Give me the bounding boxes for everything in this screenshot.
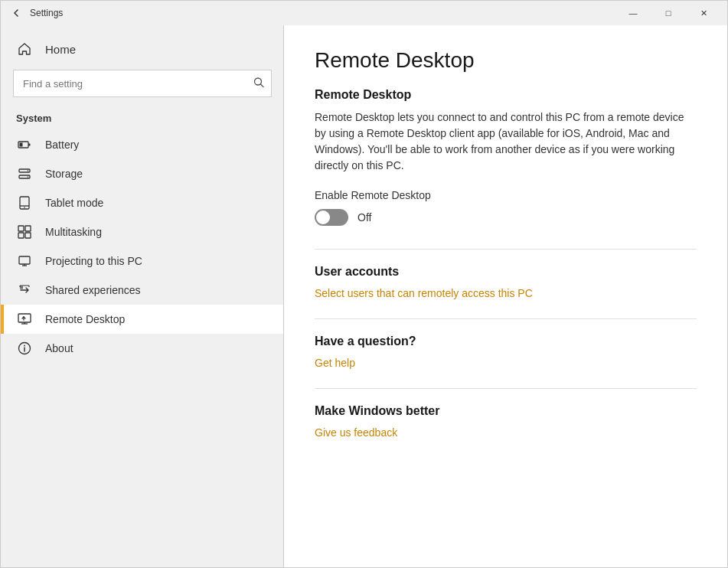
svg-line-1	[261, 84, 264, 87]
svg-point-11	[24, 207, 25, 208]
select-users-link[interactable]: Select users that can remotely access th…	[315, 287, 533, 299]
have-question-title: Have a question?	[315, 335, 697, 348]
sidebar-item-home[interactable]: Home	[1, 34, 284, 64]
svg-point-7	[28, 170, 29, 171]
maximize-button[interactable]: □	[651, 1, 686, 25]
enable-label: Enable Remote Desktop	[315, 189, 697, 201]
search-box	[13, 70, 272, 97]
toggle-knob	[316, 211, 330, 224]
divider-1	[315, 249, 697, 250]
battery-icon	[16, 138, 33, 152]
window-title: Settings	[30, 8, 615, 18]
have-question-section: Have a question? Get help	[315, 335, 697, 370]
remote-desktop-description: Remote Desktop lets you connect to and c…	[315, 109, 697, 174]
sidebar-item-about[interactable]: About	[1, 334, 284, 363]
sidebar-item-shared-experiences[interactable]: Shared experiences	[1, 276, 284, 305]
remote-desktop-section: Remote Desktop Remote Desktop lets you c…	[315, 88, 697, 226]
svg-rect-15	[25, 233, 31, 238]
make-better-title: Make Windows better	[315, 404, 697, 418]
content-area: Home System	[1, 25, 727, 567]
tablet-icon	[16, 196, 33, 210]
svg-rect-16	[19, 256, 30, 264]
sidebar-item-label: About	[45, 342, 73, 354]
sidebar: Home System	[1, 25, 284, 567]
sidebar-item-storage[interactable]: Storage	[1, 159, 284, 188]
project-icon	[16, 254, 33, 268]
storage-icon	[16, 167, 33, 181]
get-help-link[interactable]: Get help	[315, 357, 355, 369]
back-button[interactable]	[7, 4, 25, 22]
sidebar-home-label: Home	[45, 43, 76, 56]
close-button[interactable]: ✕	[686, 1, 721, 25]
user-accounts-section: User accounts Select users that can remo…	[315, 265, 697, 300]
toggle-row: Off	[315, 209, 697, 226]
home-icon	[16, 42, 33, 56]
sidebar-item-remote-desktop[interactable]: Remote Desktop	[1, 305, 284, 334]
give-feedback-link[interactable]: Give us feedback	[315, 426, 397, 439]
svg-rect-13	[25, 226, 31, 231]
svg-point-29	[24, 345, 25, 347]
sidebar-section-title: System	[1, 109, 284, 130]
minimize-button[interactable]: —	[615, 1, 651, 25]
divider-2	[315, 318, 697, 319]
svg-rect-12	[18, 226, 24, 231]
sidebar-item-projecting[interactable]: Projecting to this PC	[1, 246, 284, 276]
sidebar-item-label: Tablet mode	[45, 197, 103, 209]
window-controls: — □ ✕	[615, 1, 721, 25]
make-better-section: Make Windows better Give us feedback	[315, 404, 697, 439]
sidebar-item-label: Multitasking	[45, 226, 102, 238]
sidebar-divider	[283, 25, 284, 567]
svg-rect-3	[28, 144, 31, 146]
multitask-icon	[16, 225, 33, 239]
sidebar-item-tablet-mode[interactable]: Tablet mode	[1, 188, 284, 217]
divider-3	[315, 388, 697, 389]
sidebar-item-battery[interactable]: Battery	[1, 130, 284, 159]
about-icon	[16, 341, 33, 355]
toggle-state-label: Off	[357, 211, 371, 224]
remote-desktop-icon	[16, 312, 33, 326]
sidebar-item-label: Shared experiences	[45, 284, 141, 296]
sidebar-item-multitasking[interactable]: Multitasking	[1, 217, 284, 246]
sidebar-item-label: Battery	[45, 139, 79, 151]
svg-rect-4	[20, 143, 23, 147]
svg-rect-14	[18, 233, 24, 238]
sidebar-item-label: Remote Desktop	[45, 313, 125, 325]
search-input[interactable]	[13, 70, 272, 97]
user-accounts-title: User accounts	[315, 265, 697, 279]
title-bar: Settings — □ ✕	[1, 1, 727, 25]
sidebar-item-label: Projecting to this PC	[45, 255, 142, 267]
svg-point-8	[28, 176, 29, 178]
shared-icon	[16, 283, 33, 297]
main-content: Remote Desktop Remote Desktop Remote Des…	[284, 25, 727, 567]
sidebar-item-label: Storage	[45, 168, 83, 180]
remote-desktop-toggle[interactable]	[315, 209, 348, 226]
remote-desktop-section-title: Remote Desktop	[315, 88, 697, 102]
page-title: Remote Desktop	[315, 48, 697, 73]
settings-window: Settings — □ ✕ Home	[0, 0, 728, 568]
search-icon	[253, 77, 264, 90]
